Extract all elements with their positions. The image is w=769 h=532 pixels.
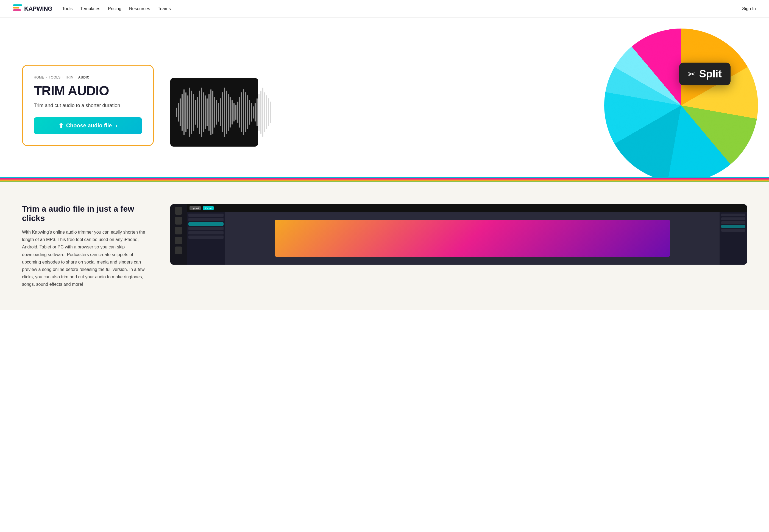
breadcrumb-home: HOME [34, 75, 44, 79]
sign-in-link[interactable]: Sign In [742, 6, 756, 11]
waveform-bar [193, 94, 194, 131]
waveform-bar [181, 94, 183, 131]
waveform-card [170, 78, 258, 147]
hero-card: HOME › TOOLS › TRIM › AUDIO TRIM AUDIO T… [22, 65, 154, 146]
upload-button[interactable]: ⬆ Choose audio file › [34, 117, 142, 134]
body-section: Trim a audio file in just a few clicks W… [0, 182, 769, 310]
waveform-bar [235, 105, 236, 120]
right-item-1 [721, 214, 745, 216]
body-image: Upload Export [170, 204, 747, 265]
nav-link-teams[interactable]: Teams [158, 6, 171, 11]
breadcrumb-current: AUDIO [78, 75, 89, 79]
editor-export-btn[interactable]: Export [203, 206, 214, 210]
waveform-bar [228, 94, 229, 131]
waveform-bar [256, 98, 258, 126]
sidebar-icon-3 [175, 227, 182, 234]
waveform-bar [180, 98, 181, 126]
waveform-bar [212, 91, 213, 134]
split-label: Split [699, 68, 722, 80]
waveform-bar [233, 103, 234, 122]
hero-right: ✂ Split [154, 34, 747, 177]
navbar-left: KAPWING Tools Templates Pricing Resource… [13, 4, 171, 13]
split-card: ✂ Split [679, 63, 731, 85]
waveform-bar [191, 91, 192, 134]
waveform-bar [253, 106, 254, 119]
body-paragraph: With Kapwing's online audio trimmer you … [22, 228, 148, 288]
nav-link-templates[interactable]: Templates [80, 6, 100, 11]
breadcrumb-sep-1: › [46, 75, 47, 79]
waveform-bar [208, 94, 209, 131]
editor-left-panel [187, 212, 225, 265]
editor-right-panel [720, 212, 747, 265]
waveform-bar [214, 97, 215, 128]
waveform-bar [270, 102, 271, 123]
logo-bar-cyan [13, 4, 22, 6]
waveform-bar [178, 103, 179, 122]
editor-main: Upload Export [187, 204, 747, 265]
upload-icon: ⬆ [58, 122, 63, 129]
sidebar-icon-5 [175, 247, 182, 254]
editor-sidebar [170, 204, 187, 265]
nav-link-tools[interactable]: Tools [62, 6, 72, 11]
right-item-5 [721, 229, 745, 232]
sidebar-icon-4 [175, 237, 182, 244]
waveform-bars [176, 88, 253, 137]
scissors-icon: ✂ [688, 69, 695, 79]
editor-upload-btn[interactable]: Upload [189, 206, 201, 210]
body-title: Trim a audio file in just a few clicks [22, 204, 148, 223]
waveform-bar [264, 92, 265, 132]
waveform-bar [197, 97, 198, 128]
waveform-bar [189, 88, 190, 137]
waveform-bar [220, 98, 221, 126]
waveform-bar [254, 103, 256, 122]
panel-item-4 [188, 227, 223, 230]
nav-links: Tools Templates Pricing Resources Teams [62, 6, 171, 11]
waveform-bar [245, 92, 246, 132]
waveform-bar [268, 98, 269, 126]
hero-section: HOME › TOOLS › TRIM › AUDIO TRIM AUDIO T… [0, 18, 769, 177]
waveform-bar [237, 102, 238, 123]
logo-bar-pink [13, 9, 21, 11]
panel-item-1 [188, 214, 223, 217]
waveform-bar [224, 88, 225, 137]
panel-item-6 [188, 236, 223, 239]
waveform-bar [266, 95, 267, 129]
right-item-4 [721, 225, 745, 228]
logo-icon [13, 4, 22, 13]
editor-topbar: Upload Export [187, 204, 747, 212]
color-circle [604, 29, 758, 177]
breadcrumb-sep-2: › [62, 75, 63, 79]
waveform-bar [203, 92, 204, 132]
waveform-bar [251, 103, 252, 122]
waveform-bar [222, 92, 223, 132]
logo-bar-orange [13, 7, 19, 9]
waveform-bar [226, 91, 227, 134]
waveform-bar [258, 94, 259, 131]
logo[interactable]: KAPWING [13, 4, 52, 13]
colored-line-4 [0, 181, 769, 182]
waveform-bar [216, 100, 217, 125]
nav-link-resources[interactable]: Resources [129, 6, 150, 11]
editor-content [187, 212, 747, 265]
waveform-bar [247, 95, 248, 129]
waveform-bar [230, 97, 231, 128]
waveform-bar [183, 89, 184, 136]
waveform-bar [210, 89, 211, 136]
waveform-bar [187, 95, 188, 129]
waveform-bar [176, 108, 177, 117]
hero-title: TRIM AUDIO [34, 84, 142, 98]
panel-item-2 [188, 218, 223, 221]
waveform-bar [249, 100, 250, 125]
panel-item-3 [188, 222, 223, 226]
waveform-bar [231, 100, 233, 125]
breadcrumb-sep-3: › [75, 75, 77, 79]
waveform-bar [239, 97, 240, 128]
breadcrumb: HOME › TOOLS › TRIM › AUDIO [34, 75, 142, 79]
waveform-bar [201, 88, 202, 137]
nav-link-pricing[interactable]: Pricing [108, 6, 121, 11]
upload-button-label: Choose audio file [66, 122, 112, 129]
waveform-bar [243, 89, 244, 136]
waveform-bar [185, 92, 186, 132]
breadcrumb-tools: TOOLS [49, 75, 61, 79]
sidebar-icon-1 [175, 207, 182, 215]
